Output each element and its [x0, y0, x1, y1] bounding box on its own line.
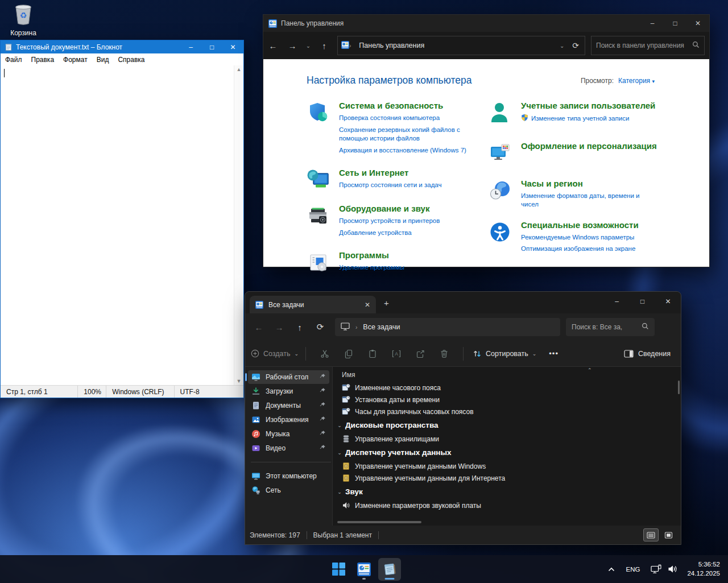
- taskbar-control-panel-button[interactable]: [353, 558, 375, 581]
- taskbar-notepad-button[interactable]: [378, 558, 401, 581]
- horizontal-scrollbar[interactable]: [337, 521, 421, 523]
- forward-icon[interactable]: →: [269, 322, 289, 332]
- sidebar-item-pictures[interactable]: Изображения: [248, 413, 329, 427]
- scroll-up-icon[interactable]: ▲: [237, 67, 242, 72]
- clock[interactable]: 5:36:52 24.12.2025: [687, 560, 720, 578]
- category-title[interactable]: Учетные записи пользователей: [521, 101, 655, 110]
- notepad-text-area[interactable]: ▲ ▼: [1, 65, 243, 385]
- sidebar-item-network[interactable]: Сеть: [248, 483, 329, 497]
- network-tray-icon[interactable]: [651, 564, 661, 574]
- recycle-bin[interactable]: ♻ Корзина: [5, 3, 42, 37]
- cp-search-box[interactable]: [591, 36, 705, 55]
- cp-breadcrumb[interactable]: Панель управления: [359, 42, 424, 49]
- list-item[interactable]: Изменение часового пояса: [333, 382, 681, 394]
- category-title[interactable]: Специальные возможности: [521, 220, 639, 230]
- chevron-down-icon[interactable]: ⌄: [335, 450, 344, 456]
- sidebar-item-videos[interactable]: Видео: [248, 441, 329, 455]
- volume-tray-icon[interactable]: [668, 565, 678, 573]
- list-item[interactable]: Изменение параметров звуковой платы: [333, 499, 681, 511]
- cp-link[interactable]: Просмотр состояния сети и задач: [339, 181, 441, 190]
- menu-file[interactable]: Файл: [1, 55, 27, 65]
- cp-close-button[interactable]: ✕: [686, 15, 709, 32]
- group-header[interactable]: ⌄ Звук: [333, 484, 681, 499]
- category-title[interactable]: Сеть и Интернет: [339, 168, 441, 177]
- chevron-down-icon[interactable]: ⌄: [335, 489, 344, 495]
- cp-maximize-button[interactable]: □: [664, 15, 686, 32]
- menu-format[interactable]: Формат: [59, 55, 92, 65]
- recent-pages-chevron-icon[interactable]: ⌄: [302, 43, 315, 49]
- sidebar-item-downloads[interactable]: Загрузки: [248, 384, 329, 398]
- notepad-minimize-button[interactable]: –: [180, 40, 201, 53]
- cp-link[interactable]: Удаление программы: [339, 263, 404, 272]
- address-dropdown-icon[interactable]: ⌄: [560, 43, 564, 49]
- user-icon[interactable]: [489, 100, 512, 127]
- cp-link-uac[interactable]: Изменение типа учетной записи: [521, 114, 655, 124]
- cp-link[interactable]: Проверка состояния компьютера: [339, 114, 484, 123]
- list-item[interactable]: Часы для различных часовых поясов: [333, 406, 681, 417]
- search-icon[interactable]: [692, 40, 700, 51]
- cp-link[interactable]: Просмотр устройств и принтеров: [339, 217, 440, 226]
- tab-close-icon[interactable]: ✕: [365, 301, 370, 309]
- start-button[interactable]: [327, 558, 350, 581]
- view-dropdown-icon[interactable]: ▾: [652, 78, 655, 84]
- ex-address-bar[interactable]: › Все задачи: [335, 318, 560, 336]
- explorer-tab[interactable]: Все задачи ✕: [250, 296, 376, 313]
- icons-view-button[interactable]: [661, 528, 676, 541]
- tray-overflow-chevron-icon[interactable]: [608, 567, 615, 572]
- list-item[interactable]: Управление учетными данными Windows: [333, 460, 681, 472]
- sidebar-item-desktop[interactable]: Рабочий стол: [248, 370, 329, 384]
- column-header-name[interactable]: Имя: [333, 367, 681, 382]
- network-globe-icon[interactable]: [307, 167, 330, 193]
- sort-ascending-icon[interactable]: ⌃: [588, 367, 592, 373]
- up-icon[interactable]: ↑: [315, 41, 334, 51]
- menu-edit[interactable]: Правка: [27, 55, 59, 65]
- cp-link[interactable]: Изменение форматов даты, времени и чисел: [521, 192, 655, 209]
- scroll-down-icon[interactable]: ▼: [237, 378, 242, 384]
- sidebar-item-music[interactable]: Музыка: [248, 427, 329, 441]
- cp-search-input[interactable]: [596, 42, 692, 49]
- new-tab-button[interactable]: +: [384, 298, 389, 308]
- accessibility-icon[interactable]: [489, 220, 512, 257]
- notepad-close-button[interactable]: ✕: [222, 40, 243, 53]
- details-pane-button[interactable]: Сведения: [624, 350, 671, 358]
- details-view-button[interactable]: [643, 528, 659, 541]
- list-item[interactable]: Управление учетными данными для Интернет…: [333, 472, 681, 484]
- cp-link[interactable]: Добавление устройства: [339, 229, 440, 238]
- ex-close-button[interactable]: ✕: [655, 292, 681, 311]
- category-title[interactable]: Система и безопасность: [339, 101, 484, 110]
- programs-icon[interactable]: [307, 250, 330, 276]
- delete-button[interactable]: [432, 349, 456, 358]
- up-icon[interactable]: ↑: [289, 322, 310, 332]
- menu-view[interactable]: Вид: [92, 55, 114, 65]
- ex-minimize-button[interactable]: –: [604, 292, 630, 311]
- cut-button[interactable]: [313, 349, 337, 358]
- category-title[interactable]: Программы: [339, 250, 404, 260]
- group-header[interactable]: ⌄ Диспетчер учетных данных: [333, 445, 681, 460]
- cp-link[interactable]: Рекомендуемые Windows параметры: [521, 233, 639, 242]
- search-icon[interactable]: [642, 322, 649, 332]
- menu-help[interactable]: Справка: [113, 55, 149, 65]
- vertical-scrollbar[interactable]: [678, 381, 680, 394]
- cp-link[interactable]: Сохранение резервных копий файлов с помо…: [339, 126, 484, 143]
- cp-link[interactable]: Оптимизация изображения на экране: [521, 245, 639, 254]
- ex-breadcrumb[interactable]: Все задачи: [363, 323, 400, 331]
- sort-button[interactable]: Сортировать ⌄: [473, 349, 536, 358]
- category-title[interactable]: Часы и регион: [521, 179, 655, 188]
- paste-button[interactable]: [361, 349, 384, 358]
- more-options-button[interactable]: •••: [549, 349, 559, 358]
- personalization-icon[interactable]: [489, 140, 512, 167]
- refresh-icon[interactable]: ⟳: [310, 322, 330, 332]
- back-icon[interactable]: ←: [249, 322, 269, 332]
- forward-icon[interactable]: →: [283, 41, 302, 51]
- notepad-scrollbar[interactable]: ▲ ▼: [234, 65, 243, 385]
- notepad-maximize-button[interactable]: □: [201, 40, 222, 53]
- control-panel-titlebar[interactable]: Панель управления – □ ✕: [263, 15, 709, 32]
- security-shield-icon[interactable]: [307, 100, 330, 158]
- list-item[interactable]: Управление хранилищами: [333, 433, 681, 445]
- sidebar-item-documents[interactable]: Документы: [248, 399, 329, 412]
- clock-region-icon[interactable]: [489, 178, 512, 212]
- sidebar-item-this-pc[interactable]: Этот компьютер: [248, 469, 329, 483]
- new-button[interactable]: Создать ⌄: [251, 349, 299, 358]
- group-header[interactable]: ⌄ Дисковые пространства: [333, 417, 681, 433]
- cp-link[interactable]: Архивация и восстановление (Windows 7): [339, 146, 484, 155]
